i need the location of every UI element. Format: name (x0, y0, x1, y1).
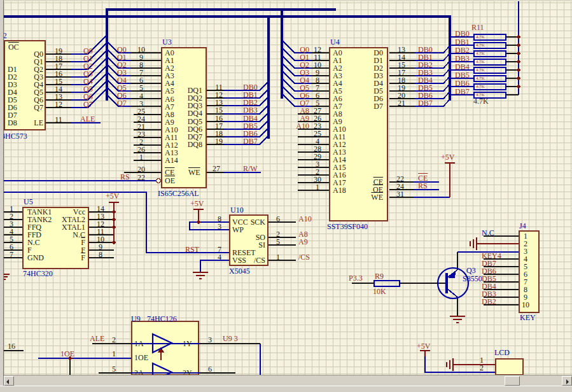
pin-number: 19 (211, 137, 227, 145)
u9-pin-1oe: 1OE (134, 354, 148, 361)
pin-number: 31 (392, 190, 408, 198)
net-label[interactable]: /CS (298, 253, 312, 261)
pin-label: DQ8 (182, 141, 202, 148)
pin-number: 5 (271, 238, 285, 246)
u5-power-label: +5V (106, 192, 119, 200)
resistor-value: 4.7K (476, 59, 504, 67)
r11-designator[interactable]: R11 (471, 24, 484, 31)
u2-output-pin-numbers: 191817161514131211 (50, 47, 67, 123)
net-label[interactable]: DB4 (243, 115, 258, 122)
pin-label: A14 (165, 157, 178, 164)
u3-data-bus-net-labels: DB0DB1DB2DB3DB4DB5DB6DB7 (243, 83, 258, 145)
pin-number: 8 (93, 251, 108, 258)
resistor-value: 4.7K (476, 92, 504, 101)
pin-label: SCK (244, 218, 265, 226)
net-label[interactable]: DB2 (482, 298, 507, 305)
scroll-left-icon (6, 379, 9, 384)
scroll-right-icon (566, 379, 569, 384)
u4-address-pin-numbers: 12111098765272623254282932301 (309, 46, 326, 191)
resistor-value: 4.7K (476, 76, 504, 84)
r9-value: 10K (373, 288, 386, 295)
u5-designator: U5 (24, 198, 33, 206)
pin-label: A7 (165, 103, 178, 111)
r11-net-labels: DB0DB1DB2DB3DB4DB5DB6DB7 (455, 30, 470, 96)
p33-net-label[interactable]: P3.3 (349, 274, 363, 282)
u10-designator: U10 (230, 206, 244, 214)
ale-net-label-u9[interactable]: ALE (90, 335, 104, 342)
pin-label: /CS (244, 256, 265, 264)
net-label[interactable]: A9 (298, 238, 312, 246)
pin-number (213, 230, 227, 238)
u9-buffer-body[interactable] (131, 321, 199, 375)
oe-net-label-u9[interactable]: 1OE (60, 350, 74, 358)
net-label[interactable]: DB7 (455, 88, 470, 96)
u9-3-net-label[interactable]: U9 3 (223, 335, 238, 342)
net-label[interactable] (482, 237, 507, 244)
u9-2y-pin-number: 6 (208, 365, 212, 373)
pin-number: 3 (131, 100, 151, 108)
u4-control-pin-names: CEOEWE (365, 178, 383, 201)
pin-number: 11 (50, 116, 67, 123)
stub-pin-16-number: 16 (8, 342, 15, 350)
resistor-value: 4.7K (476, 34, 504, 43)
u3-pin-we: WE (188, 169, 200, 176)
pin-number: 3 (213, 223, 227, 230)
pin-label: DQ5 (182, 118, 202, 125)
lcd-pin2-number: 2 (480, 364, 484, 372)
net-label[interactable]: A10 (298, 215, 312, 223)
lcd-connector-body[interactable] (495, 358, 524, 375)
pin-label: F (59, 254, 85, 262)
r9-designator[interactable]: R9 (375, 272, 384, 280)
pin-number: 1 (309, 183, 326, 191)
lcd-power-label: +5V (417, 342, 430, 350)
window-left-frame (0, 0, 4, 392)
net-label[interactable]: DB3 (243, 106, 258, 114)
pin-number: 16 (211, 115, 227, 122)
net-label[interactable]: DB7 (418, 99, 433, 107)
address-bus-net-labels-left: Q0Q1Q2Q3Q4Q5Q6Q7 (83, 47, 99, 108)
u9-2a-pin-number: 5 (112, 365, 116, 373)
rs-net-label-u3[interactable]: RS (120, 173, 130, 181)
u4-data-pin-numbers: 1314151718192021 (393, 46, 410, 107)
pin-label: OE (165, 177, 175, 185)
u4-part-number: SST39SF040 (327, 223, 368, 230)
pin-number: 4 (131, 92, 151, 100)
net-label[interactable]: Q7 (117, 99, 132, 107)
pin-number: 12 (50, 101, 67, 108)
u9-1y-pin-number: 3 (208, 336, 212, 344)
pin-number: 1 (131, 153, 151, 161)
status-bar (0, 386, 572, 392)
u4-address-pin-names: A0A1A2A3A4A5A6A7A8A9A10A11A12A13A14A15A1… (333, 49, 346, 194)
j4-nc-label: N.C (482, 229, 494, 237)
pin-label: WE (365, 193, 383, 201)
net-label[interactable]: Q7 (83, 101, 99, 108)
pin-label: A6 (165, 95, 178, 103)
j4-part-label: KEY (520, 314, 536, 321)
u10-left-pin-numbers: 8374 (213, 215, 227, 261)
u3-control-pin-names: CEOE (165, 169, 175, 185)
pin-number: 7 (4, 251, 19, 258)
rst-net-label[interactable]: RST (185, 246, 199, 253)
scrollbar-thumb[interactable] (505, 376, 520, 386)
net-label[interactable]: A10 (294, 122, 309, 130)
pin-number: 5 (131, 84, 151, 92)
pin-label: LE (25, 119, 43, 127)
u2-pin-oc: OC (8, 43, 19, 51)
pin-number: 10 (520, 301, 531, 309)
u5-part-number: 74HC320 (23, 270, 53, 277)
scroll-right-button[interactable] (562, 376, 572, 386)
net-label[interactable]: DB7 (243, 137, 258, 145)
scroll-left-button[interactable] (4, 376, 14, 386)
ale-net-label[interactable]: ALE (80, 115, 95, 123)
pin-number: 21 (393, 99, 410, 107)
pin-label: A18 (333, 186, 346, 194)
resistor-value: 4.7K (476, 84, 504, 92)
u10-right-net-labels: A10A8A9/CS (298, 215, 312, 261)
pin-label: A5 (165, 87, 178, 95)
j4-net-labels: KEY4DB7DB6DB5DB4DB3DB2 (482, 229, 507, 305)
horizontal-scrollbar[interactable] (4, 375, 572, 386)
rw-net-label[interactable]: R/W (243, 165, 258, 172)
rs-net-label-u4[interactable]: RS (418, 182, 428, 190)
u4-power-label: +5V (441, 153, 454, 161)
u5-left-pin-numbers: 1234567 (4, 205, 19, 258)
